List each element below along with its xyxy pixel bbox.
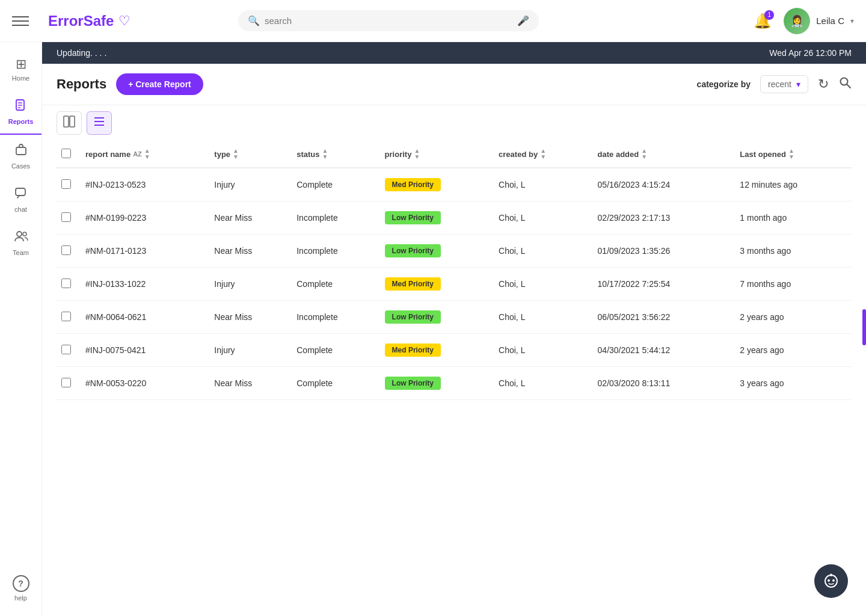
top-bar: ErrorSafe ♡ 🔍 🎤 🔔 1 👩‍⚕️ Leila C ▾	[0, 0, 866, 42]
search-icon: 🔍	[248, 15, 260, 26]
menu-button[interactable]	[12, 16, 36, 26]
sort-icon-created: ▲▼	[540, 148, 546, 160]
col-last-opened[interactable]: Last opened ▲▼	[735, 141, 852, 168]
row-checkbox-cell[interactable]	[57, 235, 81, 268]
reports-table-container: report name AZ ▲▼ type ▲▼	[42, 141, 866, 616]
sidebar-item-help[interactable]: ? help	[13, 567, 29, 610]
col-type[interactable]: type ▲▼	[209, 141, 292, 168]
col-created-by[interactable]: created by ▲▼	[494, 141, 593, 168]
sidebar-item-reports[interactable]: Reports	[0, 90, 41, 135]
report-last-opened: 2 years ago	[735, 334, 852, 367]
row-checkbox-cell[interactable]	[57, 334, 81, 367]
row-checkbox[interactable]	[61, 245, 71, 255]
report-id[interactable]: #NM-0199-0223	[81, 202, 209, 235]
svg-point-6	[17, 232, 22, 236]
table-row: #INJ-0075-0421 Injury Complete Med Prior…	[57, 334, 852, 367]
row-checkbox[interactable]	[61, 312, 71, 321]
categorize-value: recent	[768, 79, 791, 89]
report-id[interactable]: #INJ-0133-1022	[81, 268, 209, 301]
sort-icon-name: ▲▼	[144, 148, 150, 160]
priority-badge: Low Priority	[385, 244, 441, 257]
report-priority: Low Priority	[380, 202, 494, 235]
report-id[interactable]: #INJ-0213-0523	[81, 168, 209, 202]
row-checkbox[interactable]	[61, 345, 71, 354]
svg-point-19	[831, 574, 832, 576]
sidebar-item-home[interactable]: ⊞ Home	[0, 48, 41, 90]
table-row: #NM-0053-0220 Near Miss Complete Low Pri…	[57, 367, 852, 400]
select-all-cell[interactable]	[57, 141, 81, 168]
search-input[interactable]	[265, 16, 512, 26]
report-priority: Low Priority	[380, 235, 494, 268]
report-last-opened: 3 years ago	[735, 367, 852, 400]
refresh-button[interactable]: ↻	[818, 76, 829, 92]
row-checkbox-cell[interactable]	[57, 367, 81, 400]
priority-badge: Low Priority	[385, 310, 441, 324]
report-date-added: 06/05/2021 3:56:22	[593, 301, 735, 334]
report-type: Near Miss	[209, 367, 292, 400]
categorize-dropdown[interactable]: recent ▾	[760, 75, 808, 93]
report-id[interactable]: #INJ-0075-0421	[81, 334, 209, 367]
row-checkbox-cell[interactable]	[57, 202, 81, 235]
row-checkbox-cell[interactable]	[57, 168, 81, 202]
select-all-checkbox[interactable]	[61, 149, 71, 158]
scrollbar-indicator[interactable]	[862, 309, 866, 345]
col-report-name[interactable]: report name AZ ▲▼	[81, 141, 209, 168]
user-profile[interactable]: 👩‍⚕️ Leila C ▾	[784, 8, 854, 34]
notification-badge: 1	[764, 10, 774, 20]
logo-text: ErrorSafe	[48, 13, 114, 29]
user-name: Leila C	[816, 16, 844, 26]
priority-badge: Med Priority	[385, 277, 441, 291]
report-date-added: 01/09/2023 1:35:26	[593, 235, 735, 268]
row-checkbox[interactable]	[61, 279, 71, 288]
report-status: Complete	[292, 334, 379, 367]
report-type: Injury	[209, 168, 292, 202]
report-priority: Med Priority	[380, 168, 494, 202]
report-status: Complete	[292, 168, 379, 202]
update-datetime: Wed Apr 26 12:00 PM	[769, 48, 852, 58]
priority-badge: Low Priority	[385, 211, 441, 224]
sidebar-item-cases[interactable]: Cases	[0, 135, 41, 178]
sort-icon-opened: ▲▼	[788, 148, 794, 160]
svg-rect-5	[16, 188, 25, 196]
report-type: Near Miss	[209, 301, 292, 334]
report-status: Complete	[292, 367, 379, 400]
report-id[interactable]: #NM-0064-0621	[81, 301, 209, 334]
row-checkbox-cell[interactable]	[57, 301, 81, 334]
report-last-opened: 7 months ago	[735, 268, 852, 301]
report-status: Incomplete	[292, 301, 379, 334]
report-id[interactable]: #NM-0053-0220	[81, 367, 209, 400]
list-view-button[interactable]	[87, 111, 112, 135]
sidebar-item-team[interactable]: Team	[0, 221, 41, 265]
row-checkbox[interactable]	[61, 179, 71, 189]
report-type: Injury	[209, 334, 292, 367]
report-status: Incomplete	[292, 202, 379, 235]
row-checkbox[interactable]	[61, 212, 71, 222]
sidebar-item-chat[interactable]: chat	[0, 178, 41, 221]
col-status[interactable]: status ▲▼	[292, 141, 379, 168]
report-priority: Med Priority	[380, 334, 494, 367]
create-report-button[interactable]: + Create Report	[116, 73, 203, 95]
svg-point-15	[825, 575, 837, 587]
search-bar[interactable]: 🔍 🎤	[238, 10, 539, 31]
mic-icon[interactable]: 🎤	[517, 15, 529, 26]
svg-rect-10	[64, 116, 69, 127]
row-checkbox-cell[interactable]	[57, 268, 81, 301]
chat-icon	[14, 186, 28, 203]
row-checkbox[interactable]	[61, 378, 71, 387]
priority-badge: Med Priority	[385, 178, 441, 191]
report-priority: Low Priority	[380, 301, 494, 334]
report-created-by: Choi, L	[494, 168, 593, 202]
table-row: #NM-0064-0621 Near Miss Incomplete Low P…	[57, 301, 852, 334]
table-search-button[interactable]	[838, 76, 852, 93]
priority-badge: Low Priority	[385, 377, 441, 390]
col-priority[interactable]: priority ▲▼	[380, 141, 494, 168]
card-view-button[interactable]	[57, 111, 82, 135]
report-id[interactable]: #NM-0171-0123	[81, 235, 209, 268]
bot-button[interactable]	[814, 564, 848, 598]
notification-bell[interactable]: 🔔 1	[754, 13, 772, 29]
report-last-opened: 2 years ago	[735, 301, 852, 334]
reports-icon	[14, 99, 28, 116]
col-date-added[interactable]: date added ▲▼	[593, 141, 735, 168]
reports-title: Reports	[57, 76, 106, 92]
right-nav: 🔔 1 👩‍⚕️ Leila C ▾	[754, 8, 854, 34]
